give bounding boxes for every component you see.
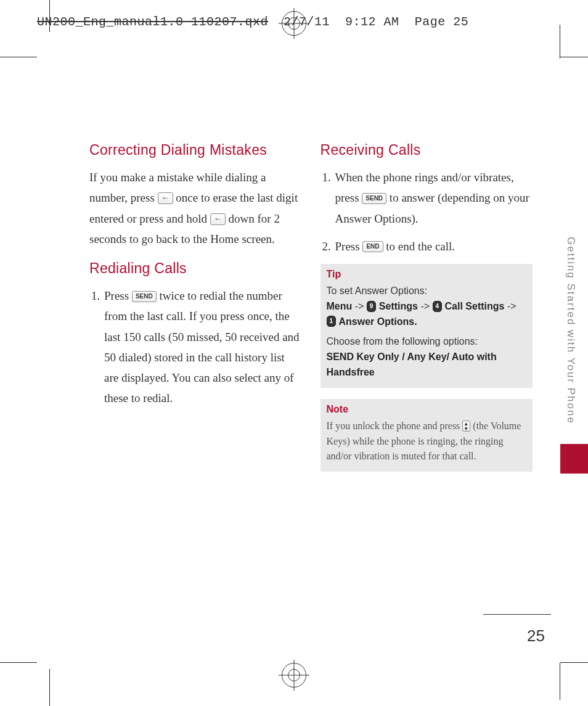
print-header: UN200_Eng_manual1.0-110207.qxd 2/7/11 9:… (37, 15, 468, 29)
send-key-icon: SEND (132, 291, 157, 302)
left-column: Correcting Dialing Mistakes If you make … (89, 142, 302, 483)
paragraph: If you make a mistake while dialing a nu… (89, 167, 302, 249)
note-box: Note If you unlock the phone and press ▴… (321, 399, 533, 472)
print-filename: UN200_Eng_manual1.0-110207.qxd (37, 15, 268, 29)
crop-mark (560, 663, 560, 700)
ordered-list: Press SEND twice to redial the number fr… (89, 285, 302, 409)
page-number-rule (483, 614, 551, 615)
keypad-4-icon: 4 (433, 301, 443, 312)
page-content: Correcting Dialing Mistakes If you make … (89, 142, 533, 483)
crop-mark (560, 57, 588, 57)
tip-body: To set Answer Options: Menu -> 9 Setting… (327, 284, 527, 380)
back-key-icon (158, 192, 173, 204)
tip-box: Tip To set Answer Options: Menu -> 9 Set… (321, 264, 533, 388)
registration-target-icon (282, 663, 306, 688)
right-column: Receiving Calls When the phone rings and… (321, 142, 533, 483)
page-number: 25 (527, 626, 545, 646)
crop-mark (0, 57, 37, 57)
list-item: When the phone rings and/or vibrates, pr… (334, 167, 533, 229)
crop-mark (560, 662, 588, 663)
send-key-icon: SEND (362, 193, 386, 204)
note-body: If you unlock the phone and press ▴▾ (th… (327, 419, 527, 464)
side-tab-label: Getting Started with Your Phone (558, 234, 577, 459)
volume-keys-icon: ▴▾ (462, 421, 470, 432)
registration-target-icon (282, 11, 306, 36)
print-page-label: Page 25 (415, 15, 469, 29)
back-key-icon (210, 213, 226, 225)
heading-receiving-calls: Receiving Calls (321, 142, 533, 158)
side-tab: Getting Started with Your Phone (558, 234, 588, 475)
list-item: Press END to end the call. (334, 236, 533, 257)
end-key-icon: END (362, 241, 383, 252)
crop-mark (49, 669, 50, 706)
keypad-1-icon: 1 (327, 316, 337, 327)
crop-mark (49, 0, 50, 32)
heading-correcting-dialing-mistakes: Correcting Dialing Mistakes (89, 142, 302, 158)
list-item: Press SEND twice to redial the number fr… (103, 285, 302, 409)
print-time: 9:12 AM (345, 15, 399, 29)
heading-redialing-calls: Redialing Calls (89, 260, 302, 277)
side-tab-marker (560, 444, 588, 474)
ordered-list: When the phone rings and/or vibrates, pr… (321, 167, 533, 257)
tip-title: Tip (327, 269, 527, 280)
crop-mark (0, 662, 37, 663)
crop-mark (560, 25, 560, 59)
note-title: Note (327, 404, 527, 415)
keypad-9-icon: 9 (367, 301, 377, 312)
